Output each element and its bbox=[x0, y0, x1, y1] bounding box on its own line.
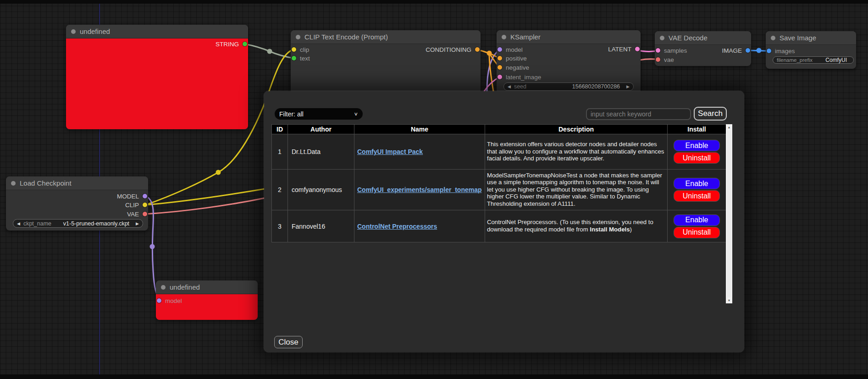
node-load-checkpoint[interactable]: Load Checkpoint MODEL CLIP VAE ◀ ckpt_na… bbox=[6, 176, 148, 231]
enable-button[interactable]: Enable bbox=[674, 178, 720, 189]
node-clip-text-encode[interactable]: CLIP Text Encode (Prompt) clip text COND… bbox=[291, 30, 481, 94]
input-slot-positive[interactable]: positive bbox=[498, 54, 527, 63]
extension-link[interactable]: ComfyUI_experiments/sampler_tonemap bbox=[357, 186, 482, 193]
input-slot-model[interactable]: model bbox=[498, 45, 523, 54]
latent-port-icon[interactable] bbox=[656, 48, 660, 53]
node-ksampler[interactable]: KSampler model positive negative latent_… bbox=[497, 30, 641, 94]
ckpt-name-widget[interactable]: ◀ ckpt_name v1-5-pruned-emaonly.ckpt ▶ bbox=[13, 219, 143, 228]
output-slot-conditioning[interactable]: CONDITIONING bbox=[426, 45, 480, 54]
decrement-arrow-icon[interactable]: ◀ bbox=[17, 221, 20, 226]
clip-port-icon[interactable] bbox=[292, 47, 296, 52]
output-slot-image[interactable]: IMAGE bbox=[722, 46, 750, 55]
header-name: Name bbox=[354, 125, 485, 134]
input-slot-negative[interactable]: negative bbox=[498, 63, 529, 72]
header-description: Description bbox=[485, 125, 668, 134]
node-save-image[interactable]: Save Image images filename_prefix ComfyU… bbox=[766, 31, 856, 69]
description-bold: Install Models bbox=[590, 226, 630, 233]
reroute-dot-string[interactable] bbox=[267, 49, 272, 54]
cell-author: Dr.Lt.Data bbox=[288, 134, 354, 170]
filename-prefix-widget[interactable]: filename_prefix ComfyUI bbox=[773, 56, 854, 64]
latent-port-icon[interactable] bbox=[635, 47, 640, 51]
input-slot-clip[interactable]: clip bbox=[292, 45, 309, 54]
conditioning-port-icon[interactable] bbox=[475, 47, 480, 52]
model-port-icon[interactable] bbox=[157, 298, 161, 303]
node-title-bar: undefined bbox=[156, 280, 258, 294]
node-collapse-dot-icon[interactable] bbox=[11, 181, 16, 186]
input-slot-latent-image[interactable]: latent_image bbox=[498, 72, 541, 82]
input-slot-images[interactable]: images bbox=[767, 46, 795, 55]
slot-label: IMAGE bbox=[722, 47, 742, 54]
model-port-icon[interactable] bbox=[498, 47, 502, 52]
node-vae-decode[interactable]: VAE Decode samples vae IMAGE bbox=[655, 31, 751, 66]
enable-button[interactable]: Enable bbox=[674, 214, 720, 226]
node-collapse-dot-icon[interactable] bbox=[71, 29, 76, 34]
header-id: ID bbox=[272, 125, 288, 134]
model-port-icon[interactable] bbox=[143, 194, 147, 198]
slot-label: CONDITIONING bbox=[426, 46, 471, 53]
string-port-icon[interactable] bbox=[292, 56, 296, 60]
search-input[interactable] bbox=[586, 108, 691, 120]
header-install: Install bbox=[668, 125, 726, 134]
close-button[interactable]: Close bbox=[274, 336, 303, 348]
conditioning-port-icon[interactable] bbox=[498, 65, 502, 70]
latent-port-icon[interactable] bbox=[498, 75, 502, 79]
node-collapse-dot-icon[interactable] bbox=[660, 36, 664, 40]
scrollbar-thumb[interactable] bbox=[726, 130, 732, 297]
slot-label: vae bbox=[664, 56, 674, 63]
table-scrollbar[interactable]: ▲ ▼ bbox=[726, 124, 732, 303]
seed-widget[interactable]: ◀ seed 156680208700286 ▶ bbox=[503, 82, 634, 91]
node-title-bar: CLIP Text Encode (Prompt) bbox=[291, 30, 481, 44]
description-text: ModelSamplerTonemapNoiseTest a node that… bbox=[487, 172, 662, 207]
input-slot-model[interactable]: model bbox=[157, 296, 182, 305]
output-slot-vae[interactable]: VAE bbox=[127, 209, 147, 219]
reroute-dot-conditioning[interactable] bbox=[487, 51, 492, 56]
uninstall-button[interactable]: Uninstall bbox=[674, 227, 720, 238]
increment-arrow-icon[interactable]: ▶ bbox=[136, 221, 139, 226]
node-title-bar: KSampler bbox=[497, 30, 641, 44]
description-text: ) bbox=[630, 226, 632, 233]
slot-label: model bbox=[506, 46, 523, 53]
slot-label: positive bbox=[506, 55, 527, 62]
image-port-icon[interactable] bbox=[767, 49, 771, 53]
node-undefined-bottom[interactable]: undefined model bbox=[156, 280, 258, 320]
comfyui-canvas[interactable]: undefined STRING CLIP Text Encode (Promp… bbox=[0, 0, 868, 379]
input-slot-vae[interactable]: vae bbox=[656, 55, 674, 64]
scroll-up-icon[interactable]: ▲ bbox=[726, 124, 732, 130]
output-slot-latent[interactable]: LATENT bbox=[608, 44, 640, 54]
enable-button[interactable]: Enable bbox=[674, 140, 720, 151]
node-collapse-dot-icon[interactable] bbox=[161, 285, 166, 290]
input-slot-samples[interactable]: samples bbox=[656, 46, 687, 55]
output-slot-model[interactable]: MODEL bbox=[117, 192, 147, 201]
conditioning-port-icon[interactable] bbox=[498, 56, 502, 60]
uninstall-button[interactable]: Uninstall bbox=[674, 152, 720, 164]
increment-arrow-icon[interactable]: ▶ bbox=[626, 84, 630, 89]
vae-port-icon[interactable] bbox=[143, 212, 147, 216]
reroute-dot-clip[interactable] bbox=[216, 170, 221, 175]
uninstall-button[interactable]: Uninstall bbox=[674, 190, 720, 202]
output-slot-clip[interactable]: CLIP bbox=[125, 200, 147, 209]
image-port-icon[interactable] bbox=[746, 48, 750, 53]
extension-link[interactable]: ControlNet Preprocessors bbox=[357, 223, 437, 230]
slot-label: STRING bbox=[216, 41, 239, 48]
slot-label: MODEL bbox=[117, 193, 139, 200]
string-port-icon[interactable] bbox=[243, 42, 247, 46]
reroute-dot-model[interactable] bbox=[150, 244, 155, 249]
node-collapse-dot-icon[interactable] bbox=[771, 36, 775, 40]
node-collapse-dot-icon[interactable] bbox=[296, 35, 300, 39]
bottom-edge-strip bbox=[0, 374, 868, 379]
vae-port-icon[interactable] bbox=[656, 57, 660, 62]
cell-description: ControlNet Preprocessors. (To use this e… bbox=[485, 210, 668, 242]
scroll-down-icon[interactable]: ▼ bbox=[726, 297, 732, 303]
node-undefined-top[interactable]: undefined STRING bbox=[66, 25, 248, 129]
input-slot-text[interactable]: text bbox=[292, 54, 310, 63]
clip-port-icon[interactable] bbox=[143, 203, 147, 207]
search-button[interactable]: Search bbox=[694, 107, 727, 121]
output-slot-string[interactable]: STRING bbox=[216, 39, 247, 49]
extension-link[interactable]: ComfyUI Impact Pack bbox=[357, 148, 423, 155]
reroute-dot-image[interactable] bbox=[757, 48, 762, 53]
filter-select[interactable]: Filter: all ∨ bbox=[275, 108, 363, 120]
node-collapse-dot-icon[interactable] bbox=[502, 35, 506, 39]
slot-label: images bbox=[775, 48, 795, 55]
cell-author: Fannovel16 bbox=[288, 210, 354, 242]
decrement-arrow-icon[interactable]: ◀ bbox=[508, 84, 511, 89]
